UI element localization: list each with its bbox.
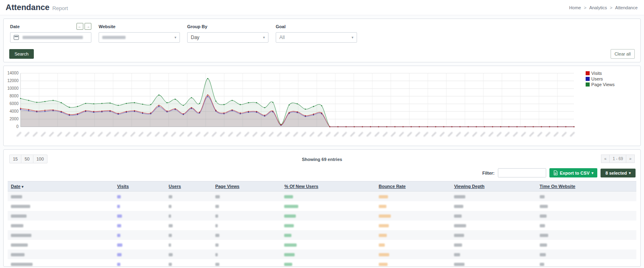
cell-visits[interactable] (114, 240, 165, 249)
date-value-obscured (11, 224, 23, 227)
cell-bounce_rate (376, 259, 451, 267)
table-filter-input[interactable] (498, 168, 546, 177)
x-axis-tick-label-obscured (464, 132, 469, 137)
data-point-marker (492, 126, 493, 128)
data-point-marker (231, 100, 233, 101)
x-axis-tick-label-obscured (277, 132, 282, 137)
page-title: Attendance (6, 3, 50, 12)
columns-selected-button[interactable]: 8 selected ▾ (601, 169, 636, 177)
breadcrumb-item-analytics[interactable]: Analytics (589, 5, 607, 10)
cell-visits[interactable] (114, 192, 165, 202)
cell-visits[interactable] (114, 249, 165, 259)
breadcrumb-item-home[interactable]: Home (569, 5, 581, 10)
x-axis-tick-label-obscured (545, 132, 551, 137)
time_on_website-value-obscured (540, 214, 547, 218)
data-point-marker (101, 103, 103, 104)
bounce_rate-value-obscured (379, 243, 385, 247)
pct_new_users-value-obscured (284, 243, 297, 247)
cell-time_on_website (537, 201, 636, 211)
table-row (8, 221, 636, 230)
date-next-button[interactable]: → (85, 23, 91, 30)
x-axis-tick-label-obscured (138, 132, 144, 137)
legend-item-users[interactable]: Users (586, 76, 615, 81)
clear-all-button[interactable]: Clear all (611, 49, 635, 59)
pagination-range[interactable]: 1 - 69 (609, 155, 626, 163)
data-point-marker (484, 126, 485, 128)
users-value-obscured (169, 263, 172, 266)
column-header-label: Visits (117, 184, 129, 189)
x-axis-tick-label-obscured (73, 132, 78, 137)
column-header-visits[interactable]: Visits (114, 181, 165, 192)
table-row (8, 192, 636, 202)
page-size-button-100[interactable]: 100 (33, 155, 47, 163)
x-axis-tick-label-obscured (268, 132, 274, 137)
x-axis-tick-label-obscured (423, 132, 428, 137)
x-axis-tick-label-obscured (57, 132, 62, 137)
search-button[interactable]: Search (9, 49, 34, 59)
cell-visits[interactable] (114, 230, 165, 240)
date-value-obscured (11, 205, 30, 208)
x-axis-tick-label-obscured (203, 132, 208, 137)
x-axis-tick-label-obscured (513, 132, 518, 137)
cell-time_on_website (537, 249, 636, 259)
data-point-marker (435, 126, 436, 128)
page-title-block: Attendance Report (6, 3, 68, 12)
x-axis-tick-label-obscured (342, 132, 347, 137)
x-axis-tick-label-obscured (326, 132, 331, 137)
page-size-button-50[interactable]: 50 (21, 155, 33, 163)
data-point-marker (93, 111, 95, 112)
date-prev-button[interactable]: ← (76, 23, 83, 30)
cell-page_views (212, 259, 281, 267)
data-point-marker (44, 111, 45, 112)
x-axis-tick-label-obscured (260, 132, 266, 137)
export-to-csv-button[interactable]: Export to CSV ▾ (549, 168, 597, 177)
column-header-page_views[interactable]: Page Views (212, 181, 281, 192)
pagination-next-button[interactable]: » (626, 155, 635, 163)
data-point-marker (69, 114, 70, 115)
data-point-marker (142, 104, 143, 105)
website-select[interactable]: ▾ (99, 32, 180, 43)
data-point-marker (207, 95, 208, 96)
cell-visits[interactable] (114, 221, 165, 230)
cell-pct_new_users (281, 192, 375, 202)
data-point-marker (77, 113, 78, 114)
column-header-time_on_website[interactable]: Time On Website (537, 181, 636, 192)
data-point-marker (411, 126, 412, 128)
page-size-button-15[interactable]: 15 (9, 155, 21, 163)
legend-item-page-views[interactable]: Page Views (586, 82, 615, 87)
group-by-value: Day (191, 35, 199, 40)
x-axis-tick-label-obscured (228, 132, 233, 137)
filters-panel: Date ← → Website ▾ Group By (3, 19, 641, 62)
column-header-viewing_depth[interactable]: Viewing Depth (451, 181, 536, 192)
legend-item-visits[interactable]: Visits (586, 71, 615, 76)
group-by-select[interactable]: Day ▾ (187, 32, 268, 43)
cell-visits[interactable] (114, 211, 165, 221)
cell-time_on_website (537, 259, 636, 267)
goal-select[interactable]: All ▾ (276, 32, 357, 43)
x-axis-tick-label-obscured (130, 132, 135, 137)
cell-users (165, 221, 212, 230)
column-header-date[interactable]: Date▾ (8, 181, 114, 192)
cell-visits[interactable] (114, 259, 165, 267)
column-header-pct_new_users[interactable]: % Of New Users (281, 181, 375, 192)
cell-users (165, 249, 212, 259)
data-point-marker (231, 109, 233, 111)
data-point-marker (158, 105, 159, 106)
cell-page_views (212, 249, 281, 259)
goal-filter-head: Goal (276, 23, 357, 30)
data-point-marker (264, 115, 265, 116)
date-value-obscured (11, 195, 22, 198)
y-axis-tick-label: 4000 (10, 109, 19, 113)
column-header-bounce_rate[interactable]: Bounce Rate (376, 181, 451, 192)
x-axis-tick-label-obscured (448, 132, 453, 137)
viewing_depth-value-obscured (454, 263, 464, 266)
chevron-down-icon: ▾ (263, 35, 265, 39)
cell-pct_new_users (281, 230, 375, 240)
data-point-marker (85, 110, 86, 111)
data-point-marker (191, 107, 192, 108)
cell-date (8, 221, 114, 230)
cell-visits[interactable] (114, 201, 165, 211)
date-range-input[interactable] (10, 32, 91, 43)
pagination-prev-button[interactable]: « (601, 155, 610, 163)
column-header-users[interactable]: Users (165, 181, 212, 192)
